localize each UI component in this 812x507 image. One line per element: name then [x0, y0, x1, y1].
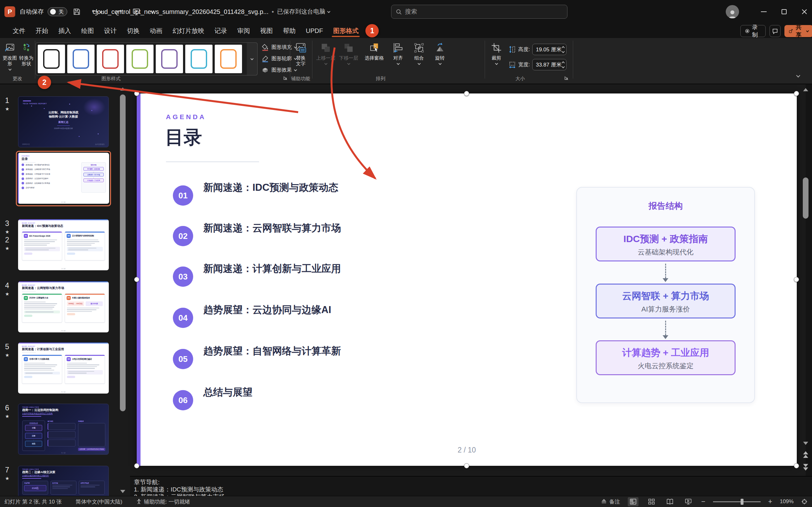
- slide-thumbnail-3[interactable]: NEWS DIGEST 新闻速递：IDC预测与政策动态 01 IDC Futur…: [18, 219, 109, 270]
- selection-handle-top-center[interactable]: [464, 91, 469, 96]
- zoom-out-button[interactable]: −: [701, 498, 705, 506]
- shape-effects-button[interactable]: 图形效果: [261, 65, 297, 75]
- width-decrease-arrow[interactable]: [562, 65, 565, 68]
- size-dialog-launcher[interactable]: [564, 75, 570, 81]
- shape-outline-button[interactable]: 图形轮廓: [261, 54, 297, 63]
- tab-record[interactable]: 记录: [209, 23, 232, 38]
- slide-thumbnail-5[interactable]: NEWS DIGEST 新闻速递：计算创新与工业应用 05 全球计算十大创新成就: [18, 343, 109, 394]
- tab-design[interactable]: 设计: [99, 23, 122, 38]
- account-avatar[interactable]: [726, 0, 739, 23]
- selection-handle-top-left[interactable]: [134, 91, 139, 96]
- maximize-button[interactable]: [775, 0, 793, 23]
- zoom-level[interactable]: 109%: [780, 498, 794, 505]
- notes-toggle-button[interactable]: 备注: [601, 498, 620, 505]
- gallery-more-button[interactable]: [247, 43, 258, 75]
- slide-thumbnail-2-selected[interactable]: AGENDA 目录 新闻速递：IDC预测与政策动态 新闻速递：云网智联与算力市场…: [16, 151, 111, 206]
- comments-button[interactable]: [769, 25, 781, 37]
- slide-thumbnail-1[interactable]: TECH TRENDS REPORT 云控制、网络控制系统 物联网·云计算·大数…: [18, 96, 109, 147]
- save-button[interactable]: [71, 0, 83, 23]
- rotate-button[interactable]: 旋转: [432, 41, 449, 65]
- selection-handle-middle-left[interactable]: [134, 277, 139, 282]
- selection-handle-middle-right[interactable]: [794, 277, 799, 282]
- slide-thumbnail-4[interactable]: NEWS DIGEST 新闻速递：云网智联与算力市场 03 2026年·云网智联…: [18, 281, 109, 332]
- slide-thumbnail-7[interactable]: TREND ANALYSIS 趋势二：边缘AI独立决策 从辅助决策到实时独立决策…: [18, 466, 109, 496]
- minimize-button[interactable]: [755, 0, 773, 23]
- zoom-slider-thumb[interactable]: [741, 499, 744, 505]
- align-button[interactable]: 对齐: [390, 41, 407, 65]
- app-logo[interactable]: P: [4, 0, 16, 23]
- tab-animations[interactable]: 动画: [145, 23, 167, 38]
- next-slide-button[interactable]: [803, 464, 808, 470]
- editor-scroll-up-arrow[interactable]: [803, 88, 808, 91]
- slide-canvas[interactable]: AGENDA 目录 01 新闻速递：IDC预测与政策动态 02 新闻速递：云网智…: [137, 94, 797, 466]
- selection-pane-icon: [369, 43, 380, 53]
- height-input[interactable]: 19.05 厘米: [532, 44, 566, 55]
- shape-styles-dialog-launcher[interactable]: [283, 75, 289, 81]
- previous-slide-button[interactable]: [803, 451, 808, 458]
- collapse-ribbon-button[interactable]: [797, 73, 800, 78]
- tab-updf[interactable]: UPDF: [301, 23, 328, 38]
- shape-style-option-6[interactable]: [185, 45, 212, 73]
- crop-button[interactable]: 裁剪: [488, 41, 505, 65]
- autosave-toggle[interactable]: 关: [48, 0, 67, 23]
- selection-handle-bottom-left[interactable]: [134, 463, 139, 468]
- thumbnail-scrollbar-thumb[interactable]: [120, 95, 125, 411]
- slide-sorter-view-button[interactable]: [646, 497, 657, 506]
- selection-handle-bottom-center[interactable]: [464, 463, 469, 468]
- normal-view-button[interactable]: [628, 497, 639, 506]
- shape-style-option-7[interactable]: [215, 45, 242, 73]
- zoom-slider[interactable]: [713, 501, 761, 502]
- shape-style-option-4[interactable]: [126, 45, 154, 73]
- tab-home[interactable]: 开始: [31, 23, 53, 38]
- scroll-down-arrow[interactable]: [120, 490, 125, 493]
- speaker-notes-panel[interactable]: 章节导航: 1. 新闻速递：IDC预测与政策动态 2. 新闻速递：云网智联与算力…: [130, 476, 812, 496]
- slide-thumbnail-6[interactable]: TREND ANALYSIS 趋势一：云边协同控制架构 从集中控制走向端边协同化…: [18, 404, 109, 455]
- tab-help[interactable]: 帮助: [278, 23, 301, 38]
- height-increase-arrow[interactable]: [562, 46, 565, 49]
- tab-insert[interactable]: 插入: [53, 23, 76, 38]
- selection-handle-top-right[interactable]: [794, 91, 799, 96]
- accessibility-status[interactable]: 辅助功能: 一切就绪: [136, 498, 190, 505]
- alt-text-button[interactable]: 替换文字: [292, 41, 310, 66]
- editor-scrollbar-thumb[interactable]: [803, 177, 809, 219]
- tab-review[interactable]: 审阅: [232, 23, 255, 38]
- share-button[interactable]: 共享: [784, 25, 812, 37]
- shape-style-option-3[interactable]: [97, 45, 124, 73]
- shape-style-option-1[interactable]: [38, 45, 65, 73]
- scroll-up-arrow[interactable]: [120, 88, 125, 91]
- shape-fill-button[interactable]: 图形填充: [261, 43, 297, 52]
- width-input[interactable]: 33.87 厘米: [532, 59, 566, 70]
- tab-transitions[interactable]: 切换: [122, 23, 145, 38]
- editor-scrollbar[interactable]: [802, 84, 809, 476]
- cover-subtitle: 2026年4月技术趋势分析: [18, 127, 108, 130]
- tab-shape-format[interactable]: 图形格式: [328, 23, 363, 38]
- tab-view[interactable]: 视图: [255, 23, 278, 38]
- tab-draw[interactable]: 绘图: [76, 23, 99, 38]
- thumbnail-scrollbar[interactable]: [119, 88, 126, 493]
- width-increase-arrow[interactable]: [562, 61, 565, 64]
- reading-view-button[interactable]: [664, 497, 675, 506]
- search-input[interactable]: 搜索: [391, 5, 567, 19]
- tab-slideshow[interactable]: 幻灯片放映: [167, 23, 209, 38]
- convert-to-shape-button[interactable]: 转换为形状: [18, 41, 34, 66]
- bring-forward-button[interactable]: 上移一层: [316, 41, 336, 65]
- send-backward-button[interactable]: 下移一层: [339, 41, 358, 65]
- shape-style-option-5[interactable]: [156, 45, 183, 73]
- document-title[interactable]: cloud_control_iot_news_summary_20260425_…: [93, 0, 330, 23]
- selection-pane-button[interactable]: 选择窗格: [362, 41, 386, 61]
- fit-to-window-button[interactable]: [801, 498, 808, 505]
- tab-file[interactable]: 文件: [8, 23, 31, 38]
- height-decrease-arrow[interactable]: [562, 50, 565, 53]
- editor-scroll-down-arrow[interactable]: [803, 442, 808, 445]
- close-button[interactable]: [796, 0, 812, 23]
- selection-handle-bottom-right[interactable]: [794, 463, 799, 468]
- record-button[interactable]: 录制: [740, 25, 766, 37]
- zoom-in-button[interactable]: +: [768, 498, 772, 506]
- slideshow-view-button[interactable]: [683, 497, 694, 506]
- shape-style-option-2[interactable]: [67, 45, 95, 73]
- slide-counter: 幻灯片 第 2 张, 共 10 张: [4, 498, 61, 505]
- language-button[interactable]: 简体中文(中国大陆): [75, 498, 122, 505]
- change-shape-button[interactable]: 更改图形: [2, 41, 18, 71]
- group-button[interactable]: 组合: [410, 41, 427, 65]
- thumb-title: 新闻速递：IDC预测与政策动态: [22, 224, 105, 228]
